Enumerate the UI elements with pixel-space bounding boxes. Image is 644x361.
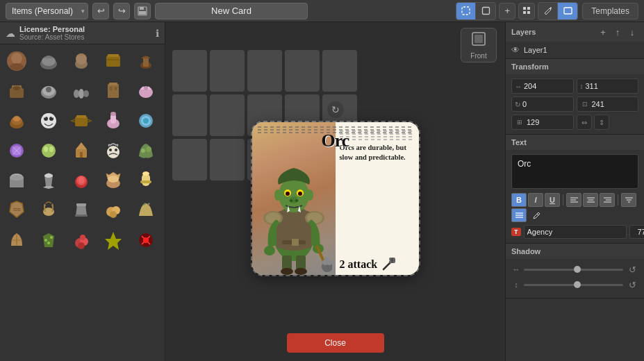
transform-width-input[interactable] — [524, 82, 570, 90]
svg-point-114 — [306, 190, 313, 201]
svg-point-11 — [11, 53, 22, 64]
asset-item[interactable] — [67, 107, 95, 135]
transform-rotation-input[interactable] — [522, 100, 570, 108]
shadow-y-label: ↕ — [511, 280, 521, 289]
svg-rect-43 — [75, 117, 88, 126]
asset-item[interactable] — [35, 47, 63, 75]
shadow-y-slider[interactable] — [524, 284, 623, 286]
items-dropdown[interactable]: Items (Personal) — [6, 3, 88, 19]
asset-item[interactable] — [132, 77, 160, 105]
svg-point-55 — [49, 146, 53, 152]
transform-x-input[interactable] — [592, 100, 636, 108]
asset-item[interactable] — [99, 47, 127, 75]
card-attack-text: 2 attack — [340, 258, 378, 271]
add-layer-btn[interactable]: + — [597, 26, 609, 38]
grid-btn[interactable] — [518, 3, 535, 19]
asset-item[interactable] — [35, 226, 63, 254]
templates-button[interactable]: Templates — [582, 3, 638, 19]
left-panel: ☁ License: Personal Source: Asset Stores… — [0, 22, 165, 361]
rotate-handle[interactable]: ↻ — [327, 101, 344, 118]
info-icon[interactable]: ℹ — [156, 28, 159, 39]
svg-rect-3 — [462, 7, 470, 15]
redo-button[interactable]: ↪ — [113, 3, 130, 19]
shadow-x-reset-btn[interactable]: ↺ — [626, 263, 638, 276]
asset-item[interactable] — [67, 77, 95, 105]
asset-item[interactable] — [35, 167, 63, 194]
underline-btn[interactable]: U — [545, 193, 560, 207]
shadow-x-row: ↔ ↺ — [511, 263, 638, 276]
undo-button[interactable]: ↩ — [92, 3, 109, 19]
shadow-y-row: ↕ ↺ — [511, 278, 638, 291]
shadow-x-slider[interactable] — [524, 269, 623, 271]
asset-item[interactable] — [67, 137, 95, 165]
asset-item[interactable] — [3, 226, 31, 254]
asset-item[interactable]: ≈≈ — [3, 196, 31, 224]
text-preview[interactable]: Orc — [511, 154, 638, 189]
asset-item[interactable] — [67, 196, 95, 224]
align-center-btn[interactable] — [583, 193, 598, 207]
asset-item[interactable] — [3, 167, 31, 194]
italic-btn[interactable]: I — [528, 193, 543, 207]
align-right-btn[interactable] — [600, 193, 615, 207]
save-button[interactable] — [134, 3, 151, 19]
shadow-y-reset-btn[interactable]: ↺ — [626, 278, 638, 291]
asset-item[interactable] — [35, 77, 63, 105]
asset-item[interactable] — [99, 226, 127, 254]
asset-item[interactable] — [132, 226, 160, 254]
front-button[interactable]: Front — [461, 28, 497, 62]
transform-height-input[interactable] — [586, 82, 636, 90]
svg-point-109 — [298, 192, 302, 196]
asset-item[interactable] — [35, 137, 63, 165]
asset-item[interactable] — [99, 167, 127, 194]
move-layer-up-btn[interactable]: ↑ — [611, 26, 624, 38]
svg-point-72 — [142, 171, 149, 176]
font-size-input[interactable] — [629, 225, 645, 239]
flip-h-btn[interactable]: ⇔ — [577, 115, 592, 130]
asset-item[interactable] — [67, 167, 95, 194]
asset-item[interactable] — [35, 196, 63, 224]
move-layer-down-btn[interactable]: ↓ — [626, 26, 638, 38]
tool-group-select — [456, 2, 496, 20]
svg-rect-1 — [140, 7, 144, 10]
card[interactable]: Orc — [252, 122, 419, 275]
items-dropdown-wrapper[interactable]: Items (Personal) ▾ — [6, 3, 88, 19]
asset-item[interactable] — [132, 137, 160, 165]
asset-item[interactable] — [132, 47, 160, 75]
svg-rect-33 — [110, 87, 112, 90]
svg-point-53 — [42, 144, 56, 158]
font-name-input[interactable] — [524, 225, 627, 239]
asset-item[interactable] — [99, 137, 127, 165]
tool-rect-btn[interactable] — [558, 3, 577, 19]
eyedropper-btn[interactable] — [529, 208, 543, 222]
transform-y-input[interactable] — [527, 118, 570, 126]
asset-item[interactable] — [132, 167, 160, 194]
asset-item[interactable] — [35, 107, 63, 135]
asset-item[interactable] — [67, 47, 95, 75]
tool-select2-btn[interactable] — [476, 3, 495, 19]
layer-item[interactable]: 👁 Layer1 — [506, 42, 644, 58]
asset-item[interactable] — [99, 196, 127, 224]
asset-item[interactable] — [3, 107, 31, 135]
asset-item[interactable] — [132, 107, 160, 135]
asset-item[interactable] — [99, 107, 127, 135]
layer-visibility-icon[interactable]: 👁 — [511, 45, 520, 55]
text-size-up-btn[interactable] — [621, 193, 636, 207]
close-button[interactable]: Close — [287, 333, 384, 353]
text-align-active-btn[interactable] — [511, 208, 527, 222]
asset-item[interactable] — [99, 77, 127, 105]
flip-v-btn[interactable]: ⇕ — [594, 115, 609, 130]
asset-item[interactable] — [3, 77, 31, 105]
asset-item[interactable] — [3, 47, 31, 75]
tool-select-btn[interactable] — [456, 3, 476, 19]
add-element-btn[interactable]: + — [499, 3, 515, 19]
tool-pen-btn[interactable] — [538, 3, 558, 19]
card-title-input[interactable] — [155, 3, 308, 19]
text-section-header: Text — [506, 135, 644, 150]
bold-btn[interactable]: B — [511, 193, 527, 207]
asset-item[interactable] — [67, 226, 95, 254]
asset-item[interactable] — [132, 196, 160, 224]
asset-item[interactable] — [3, 137, 31, 165]
top-bar-left: Items (Personal) ▾ ↩ ↪ — [6, 3, 308, 19]
align-left-btn[interactable] — [566, 193, 581, 207]
svg-rect-17 — [106, 56, 120, 67]
